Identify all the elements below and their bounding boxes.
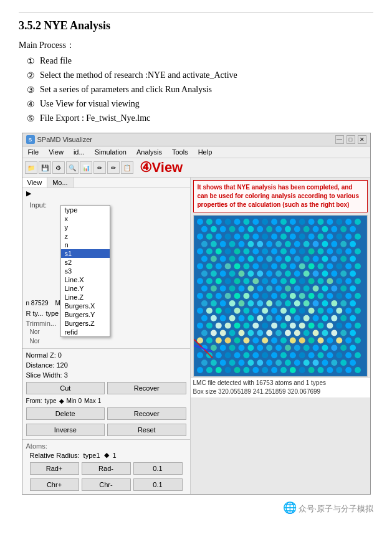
dropdown-item-liney[interactable]: Line.Y [61,284,110,293]
svg-point-241 [312,315,318,321]
svg-point-168 [284,285,290,292]
menu-file[interactable]: File [26,148,41,156]
menu-view[interactable]: View [47,148,65,156]
svg-point-56 [219,241,226,247]
svg-point-135 [303,270,309,277]
cut-button[interactable]: Cut [26,382,105,394]
svg-point-342 [275,359,282,366]
svg-point-302 [229,345,235,351]
toolbar-btn-4[interactable]: 🔍 [66,161,79,174]
normalz-label: Normal Z: 0 [26,351,62,359]
dropdown-item-s1[interactable]: s1 [61,249,110,258]
svg-point-240 [303,315,309,321]
svg-point-258 [308,323,314,329]
svg-point-28 [284,226,290,232]
tab-mo[interactable]: Mo... [47,178,73,188]
menu-tools[interactable]: Tools [170,148,190,156]
svg-point-48 [308,234,314,240]
svg-point-285 [234,337,240,343]
minimize-button[interactable]: — [335,135,344,144]
svg-point-188 [308,293,314,299]
svg-point-246 [197,323,203,329]
svg-point-44 [271,234,277,240]
inverse-button[interactable]: Inverse [26,424,105,436]
svg-point-261 [336,323,342,329]
relative-radius-label: Relative Radius: [30,452,80,459]
svg-point-39 [224,234,231,240]
svg-point-91 [219,256,226,262]
toolbar-btn-6[interactable]: ✏ [93,161,106,174]
dropdown-item-s2[interactable]: s2 [61,258,110,267]
close-button[interactable]: ✕ [358,135,366,144]
svg-point-5 [234,219,240,225]
svg-point-14 [317,219,323,225]
menu-help[interactable]: Help [196,148,214,156]
toolbar-btn-5[interactable]: 📊 [80,161,92,174]
dropdown-item-n[interactable]: n [61,240,110,249]
svg-point-267 [229,330,235,336]
rad-plus-button[interactable]: Rad+ [30,462,79,475]
chr-plus-button[interactable]: Chr+ [30,478,79,491]
from-type: type [45,397,57,404]
dropdown-item-type[interactable]: type [61,206,110,214]
svg-point-284 [224,337,231,343]
toolbar-btn-2[interactable]: 💾 [39,161,51,174]
menu-analysis[interactable]: Analysis [135,148,164,156]
chr-minus-button[interactable]: Chr- [82,478,131,491]
svg-point-289 [271,337,277,343]
dropdown-item-linex[interactable]: Line.X [61,275,110,284]
svg-point-102 [322,256,328,262]
svg-point-158 [355,278,361,284]
svg-point-80 [280,249,287,255]
dropdown-item-burgersx[interactable]: Burgers.X [61,302,110,310]
tab-view[interactable]: View [22,178,48,188]
step-5-num: ⑤ [25,113,36,124]
dropdown-item-x[interactable]: x [61,214,110,223]
dropdown-item-linez[interactable]: Line.Z [61,293,110,302]
recover2-button[interactable]: Recover [107,407,186,420]
dropdown-item-burgersy[interactable]: Burgers.Y [61,310,110,319]
svg-point-356 [243,367,249,373]
svg-point-93 [238,256,244,262]
svg-point-290 [280,337,287,343]
svg-point-42 [252,234,259,240]
svg-point-18 [355,219,361,225]
svg-point-179 [224,293,231,299]
svg-point-324 [271,352,277,358]
toolbar-btn-7[interactable]: ✏ [107,161,120,174]
dropdown-item-s3[interactable]: s3 [61,267,110,275]
svg-point-140 [350,270,356,277]
svg-point-319 [224,352,231,358]
menu-id[interactable]: id... [72,148,87,156]
svg-point-296 [336,337,342,343]
reset-button[interactable]: Reset [107,424,186,436]
toolbar-btn-8[interactable]: 📋 [121,161,133,174]
svg-point-318 [215,352,221,358]
toolbar-btn-3[interactable]: ⚙ [52,161,65,174]
delete-button[interactable]: Delete [26,407,105,420]
svg-point-9 [271,219,277,225]
svg-point-117 [299,263,305,269]
svg-point-61 [266,241,272,247]
svg-point-86 [336,249,342,255]
maximize-button[interactable]: □ [347,135,355,144]
dropdown-item-refid[interactable]: refid [61,328,110,336]
status-bar: LMC file detected with 16753 atoms and 1… [191,377,370,397]
svg-point-298 [355,337,361,343]
recover-button[interactable]: Recover [107,382,186,394]
svg-point-26 [266,226,272,232]
menu-simulation[interactable]: Simulation [93,148,128,156]
svg-point-234 [247,315,254,321]
dropdown-list[interactable]: type x y z n s1 s2 s3 Line.X Line.Y Line… [60,205,110,337]
dropdown-item-burgersz[interactable]: Burgers.Z [61,319,110,328]
from-arrow: ◆ [59,397,64,404]
svg-point-187 [299,293,305,299]
dropdown-item-y[interactable]: y [61,223,110,232]
rad-minus-button[interactable]: Rad- [82,462,131,475]
dropdown-item-z[interactable]: z [61,232,110,240]
svg-point-337 [229,359,235,366]
toolbar-btn-1[interactable]: 📁 [25,161,37,174]
svg-point-65 [303,241,309,247]
cut-recover-row: Cut Recover [22,380,190,396]
svg-point-112 [252,263,259,269]
